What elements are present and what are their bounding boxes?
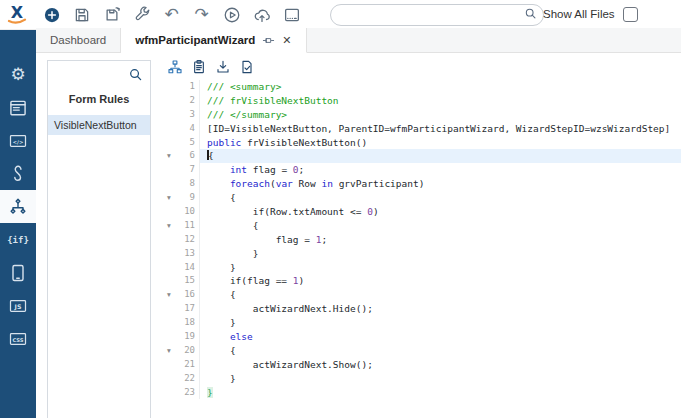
fold-toggle-icon[interactable]: ▾	[163, 149, 175, 163]
line-number: 11	[175, 219, 200, 233]
brand-logo-icon: X	[0, 1, 34, 29]
code-line[interactable]: 21 actWizardNext.Show();	[163, 358, 681, 372]
line-text: /// frVisibleNextButton	[200, 94, 681, 108]
fold-gutter	[163, 108, 175, 122]
code-line[interactable]: 14 }	[163, 261, 681, 275]
rules-search-icon[interactable]	[128, 67, 143, 82]
pin-tab-icon[interactable]	[262, 34, 275, 47]
sidebar-item-css[interactable]: CSS	[0, 322, 36, 355]
editor-toolbar	[166, 57, 681, 77]
sidebar-item-conditions[interactable]: {if}	[0, 223, 36, 256]
code-line[interactable]: 7 int flag = 0;	[163, 163, 681, 177]
fold-gutter	[163, 372, 175, 386]
sidebar-item-forms[interactable]	[0, 91, 36, 124]
code-line[interactable]: ▾11 {	[163, 219, 681, 233]
main-toolbar: X ↶↷ Show All Files	[0, 0, 681, 30]
line-number: 1	[175, 80, 200, 94]
fold-toggle-icon[interactable]: ▾	[163, 288, 175, 302]
fold-toggle-icon[interactable]: ▾	[163, 344, 175, 358]
show-all-files-label: Show All Files	[543, 8, 615, 20]
svg-text:CSS: CSS	[12, 336, 23, 342]
code-editor: 1/// <summary>2/// frVisibleNextButton3/…	[163, 57, 681, 418]
code-line[interactable]: ▾9 {	[163, 191, 681, 205]
rule-item[interactable]: VisibleNextButton	[48, 115, 150, 135]
line-number: 7	[175, 163, 200, 177]
save-history-button[interactable]	[102, 5, 121, 24]
line-number: 9	[175, 191, 200, 205]
sidebar-item-hooks[interactable]	[0, 157, 36, 190]
svg-text:JS: JS	[14, 302, 22, 310]
code-line[interactable]: 19 else	[163, 330, 681, 344]
structure-button[interactable]	[166, 59, 183, 76]
line-number: 19	[175, 330, 200, 344]
save-button[interactable]	[72, 5, 91, 24]
undo-button[interactable]: ↶	[162, 5, 181, 24]
code-line[interactable]: 15 if(flag == 1)	[163, 274, 681, 288]
code-line[interactable]: 23}	[163, 386, 681, 400]
line-number: 2	[175, 94, 200, 108]
fold-gutter	[163, 274, 175, 288]
line-number: 18	[175, 316, 200, 330]
sidebar-item-code[interactable]: </>	[0, 124, 36, 157]
code-line[interactable]: 12 flag = 1;	[163, 233, 681, 247]
line-text: }	[200, 316, 681, 330]
line-number: 20	[175, 344, 200, 358]
code-line[interactable]: 3/// </summary>	[163, 108, 681, 122]
tab-wfmParticipantWizard[interactable]: wfmParticipantWizard✕	[121, 28, 306, 53]
tab-Dashboard[interactable]: Dashboard	[36, 28, 121, 52]
fold-gutter	[163, 94, 175, 108]
sidebar-item-settings[interactable]: ⚙	[0, 58, 36, 91]
form-rules-panel: Form Rules VisibleNextButton	[47, 60, 151, 418]
module-sidebar: ⚙</>{if}JSCSS	[0, 30, 36, 418]
search-input[interactable]	[341, 8, 524, 22]
line-text: actWizardNext.Hide();	[200, 302, 681, 316]
line-number: 5	[175, 136, 200, 150]
add-button[interactable]	[42, 5, 61, 24]
line-text: /// </summary>	[200, 108, 681, 122]
validate-button[interactable]	[238, 59, 255, 76]
fold-gutter	[163, 136, 175, 150]
fold-toggle-icon[interactable]: ▾	[163, 219, 175, 233]
sidebar-item-js[interactable]: JS	[0, 289, 36, 322]
show-all-files-checkbox[interactable]	[623, 7, 638, 22]
fold-gutter	[163, 80, 175, 94]
download-button[interactable]	[214, 59, 231, 76]
clipboard-button[interactable]	[190, 59, 207, 76]
code-line[interactable]: ▾6{	[163, 149, 681, 163]
search-icon[interactable]	[524, 6, 537, 24]
sidebar-item-workflow[interactable]	[0, 190, 36, 223]
line-text: }	[200, 386, 681, 400]
fold-gutter	[163, 122, 175, 136]
build-button[interactable]	[132, 5, 151, 24]
line-text: /// <summary>	[200, 80, 681, 94]
console-button[interactable]	[282, 5, 301, 24]
code-line[interactable]: 8 foreach(var Row in grvParticipant)	[163, 177, 681, 191]
code-line[interactable]: ▾20 {	[163, 344, 681, 358]
code-line[interactable]: 18 }	[163, 316, 681, 330]
document-tabbar: DashboardwfmParticipantWizard✕	[36, 28, 681, 53]
run-button[interactable]	[222, 5, 241, 24]
code-line[interactable]: 2/// frVisibleNextButton	[163, 94, 681, 108]
code-line[interactable]: 1/// <summary>	[163, 80, 681, 94]
redo-button[interactable]: ↷	[192, 5, 211, 24]
line-number: 6	[175, 149, 200, 163]
sidebar-item-device[interactable]	[0, 256, 36, 289]
line-text: else	[200, 330, 681, 344]
code-area[interactable]: 1/// <summary>2/// frVisibleNextButton3/…	[163, 80, 681, 399]
svg-text:X: X	[11, 3, 24, 22]
fold-toggle-icon[interactable]: ▾	[163, 191, 175, 205]
code-line[interactable]: 10 if(Row.txtAmount <= 0)	[163, 205, 681, 219]
code-line[interactable]: 5public frVisibleNextButton()	[163, 136, 681, 150]
fold-gutter	[163, 261, 175, 275]
publish-button[interactable]	[252, 5, 271, 24]
fold-gutter	[163, 358, 175, 372]
code-line[interactable]: 22 }	[163, 372, 681, 386]
code-line[interactable]: ▾16 {	[163, 288, 681, 302]
code-line[interactable]: 13 }	[163, 247, 681, 261]
close-tab-icon[interactable]: ✕	[282, 34, 291, 47]
global-search	[330, 4, 544, 26]
line-text: if(Row.txtAmount <= 0)	[200, 205, 681, 219]
code-line[interactable]: 4[ID=VisibleNextButton, ParentID=wfmPart…	[163, 122, 681, 136]
line-text: foreach(var Row in grvParticipant)	[200, 177, 681, 191]
code-line[interactable]: 17 actWizardNext.Hide();	[163, 302, 681, 316]
